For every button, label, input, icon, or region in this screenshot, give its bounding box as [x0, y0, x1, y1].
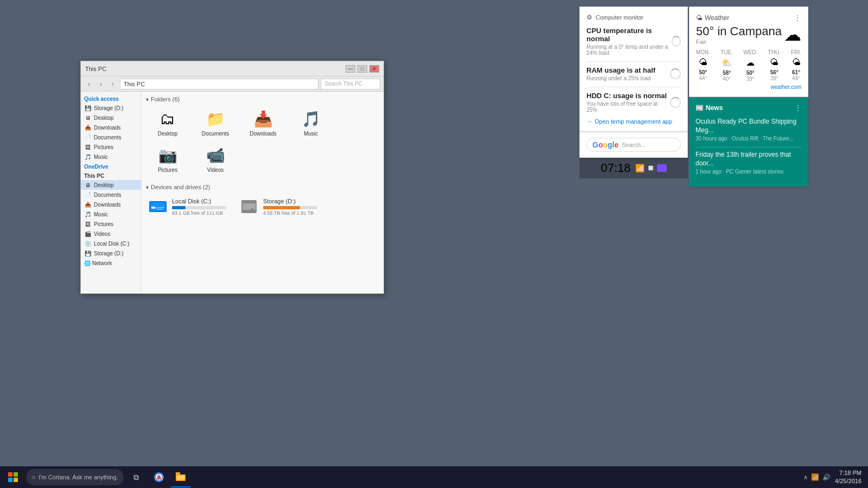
close-button[interactable]: ✕ — [369, 65, 379, 73]
cpu-stat: CPU temperature is normal Running at a 0… — [586, 27, 681, 56]
downloads-pc-icon: 📥 — [84, 201, 92, 208]
sidebar-item-downloads-pc[interactable]: 📥 Downloads — [81, 200, 141, 209]
widgets-panel: ⚙ Computer monitor CPU temperature is no… — [579, 7, 808, 187]
folder-documents[interactable]: 📁 Documents — [194, 107, 237, 139]
drives-section: Local Disk (C:) 83.1 GB free of 111 GB — [146, 195, 379, 219]
network-icon[interactable]: 📶 — [811, 473, 819, 481]
drive-local-disk[interactable]: Local Disk (C:) 83.1 GB free of 111 GB — [146, 195, 228, 219]
local-disk-bar-fill — [172, 206, 186, 209]
sidebar-item-music-pc[interactable]: 🎵 Music — [81, 209, 141, 219]
sidebar-item-pictures-pc[interactable]: 🖼 Pictures — [81, 219, 141, 229]
task-view-icon: ⧉ — [133, 473, 139, 482]
svg-rect-4 — [157, 209, 162, 210]
local-disk-info: Local Disk (C:) 83.1 GB free of 111 GB — [172, 198, 226, 216]
sidebar-item-downloads[interactable]: 📥 Downloads — [81, 123, 141, 132]
folder-pictures[interactable]: 📷 Pictures — [146, 143, 189, 175]
desktop-icon: 🖥 — [84, 114, 92, 121]
sidebar-item-documents-pc[interactable]: 📄 Documents — [81, 190, 141, 200]
arrow-icon: → — [586, 118, 592, 125]
folder-documents-icon: 📁 — [206, 109, 225, 129]
chevron-up-icon[interactable]: ∧ — [803, 474, 808, 481]
weather-forecast: MON. 🌤 50° 44° TUE. ⛅ 58° 40° WED. ☁ — [696, 49, 801, 82]
right-widget-column: 🌤 Weather ⋮ 50° in Campana Fair ☁ MON. — [689, 7, 808, 187]
weather-cloud-icon: 🌤 — [696, 14, 703, 22]
desktop-pc-icon: 🖥 — [84, 181, 92, 189]
sidebar-section-quick-access[interactable]: Quick access — [81, 94, 141, 103]
weather-menu-button[interactable]: ⋮ — [794, 14, 801, 22]
cortana-circle-icon: ○ — [31, 473, 35, 481]
volume-icon[interactable]: 🔊 — [822, 473, 831, 481]
forecast-tue-icon: ⛅ — [720, 57, 733, 68]
folder-desktop[interactable]: 🗂 Desktop — [146, 107, 189, 139]
sidebar-section-onedrive[interactable]: OneDrive — [81, 162, 141, 171]
start-button[interactable] — [2, 466, 24, 488]
taskbar-date: 4/25/2016 — [835, 477, 861, 485]
news-item-2-meta: 1 hour ago · PC Gamer latest stories — [695, 169, 802, 175]
maximize-button[interactable]: □ — [358, 65, 367, 73]
sidebar-item-music[interactable]: 🎵 Music — [81, 152, 141, 162]
chrome-icon — [154, 472, 164, 482]
storage-d-info: Storage (D:) 4.58 TB free of 1.81 TB — [263, 198, 317, 216]
cpu-stat-subtitle: Running at a 0° temp and under a 24% loa… — [586, 44, 672, 56]
forecast-wed-icon: ☁ — [743, 57, 757, 68]
taskbar-datetime[interactable]: 7:18 PM 4/25/2016 — [835, 469, 861, 486]
ram-stat: RAM usage is at half Running under a 25%… — [586, 66, 681, 81]
window-title: This PC — [85, 66, 106, 72]
desktop: This PC — □ ✕ ‹ › ↑ This PC Search This … — [0, 0, 868, 488]
forecast-fri-icon: 🌤 — [791, 57, 801, 67]
left-widget-column: ⚙ Computer monitor CPU temperature is no… — [579, 7, 688, 187]
sidebar-item-storage-d-pc[interactable]: 💾 Storage (D:) — [81, 248, 141, 258]
svg-rect-11 — [14, 478, 18, 482]
google-search-widget: Google Search... — [579, 132, 688, 158]
sidebar-item-videos-pc[interactable]: 🎬 Videos — [81, 229, 141, 239]
sidebar-item-documents[interactable]: 📄 Documents — [81, 132, 141, 142]
folder-videos[interactable]: 📹 Videos — [194, 143, 237, 175]
task-view-button[interactable]: ⧉ — [126, 467, 146, 487]
clock-icons: 📶 🔲 — [635, 164, 667, 172]
monitor-widget-header: ⚙ Computer monitor — [586, 14, 681, 21]
svg-rect-10 — [8, 478, 12, 482]
news-item-1[interactable]: Oculus Ready PC Bundle Shipping Meg... 3… — [695, 118, 802, 142]
google-search-input[interactable]: Search... — [622, 142, 675, 148]
folder-music-icon: 🎵 — [301, 109, 321, 129]
news-item-2[interactable]: Friday the 13th trailer proves that door… — [695, 151, 802, 175]
sidebar-item-pictures[interactable]: 🖼 Pictures — [81, 142, 141, 152]
back-button[interactable]: ‹ — [84, 79, 94, 89]
sidebar-item-storage-d[interactable]: 💾 Storage (D:) — [81, 103, 141, 113]
sidebar-item-desktop-pc[interactable]: 🖥 Desktop — [81, 180, 141, 190]
weather-widget: 🌤 Weather ⋮ 50° in Campana Fair ☁ MON. — [689, 7, 808, 97]
weather-main: 50° in Campana Fair ☁ — [696, 24, 801, 45]
path-bar[interactable]: This PC — [120, 79, 318, 89]
sidebar-item-desktop[interactable]: 🖥 Desktop — [81, 113, 141, 123]
svg-rect-16 — [176, 472, 180, 476]
monitor-widget: ⚙ Computer monitor CPU temperature is no… — [579, 7, 688, 132]
folder-desktop-icon: 🗂 — [158, 109, 177, 129]
hdd-stat-title: HDD C: usage is normal — [586, 92, 670, 100]
folder-downloads[interactable]: 📥 Downloads — [241, 107, 285, 139]
open-temp-management-link[interactable]: → Open temp management app — [586, 118, 681, 125]
up-button[interactable]: ↑ — [108, 79, 118, 89]
clock-widget: 07:18 📶 🔲 — [579, 158, 688, 178]
taskbar-file-explorer[interactable] — [170, 467, 191, 487]
drive-storage-d[interactable]: Storage (D:) 4.58 TB free of 1.81 TB — [237, 195, 320, 219]
folders-section-header[interactable]: Folders (6) — [146, 96, 379, 102]
taskbar-right: ∧ 📶 🔊 7:18 PM 4/25/2016 — [803, 469, 866, 486]
weather-credit[interactable]: weather.com — [696, 84, 801, 90]
folder-music[interactable]: 🎵 Music — [289, 107, 333, 139]
news-header: 📰 News ⋮ — [695, 104, 802, 112]
google-search-bar[interactable]: Google Search... — [586, 138, 681, 152]
sidebar-section-this-pc[interactable]: This PC — [81, 171, 141, 180]
forecast-mon: MON. 🌤 50° 44° — [696, 49, 710, 82]
drives-section-header[interactable]: Devices and drives (2) — [146, 184, 379, 190]
divider-2 — [586, 87, 681, 87]
search-bar[interactable]: Search This PC — [321, 79, 380, 89]
forward-button[interactable]: › — [96, 79, 106, 89]
sidebar-item-local-disk[interactable]: 💿 Local Disk (C:) — [81, 239, 141, 248]
taskbar-chrome[interactable] — [149, 467, 169, 487]
sidebar-section-network[interactable]: 🌐 Network — [81, 258, 141, 267]
cortana-search[interactable]: ○ I'm Cortana. Ask me anything. — [26, 469, 124, 485]
news-widget: 📰 News ⋮ Oculus Ready PC Bundle Shipping… — [689, 97, 808, 187]
minimize-button[interactable]: — — [346, 65, 355, 73]
local-disk-drive-icon — [148, 197, 168, 216]
news-menu-button[interactable]: ⋮ — [794, 104, 802, 112]
